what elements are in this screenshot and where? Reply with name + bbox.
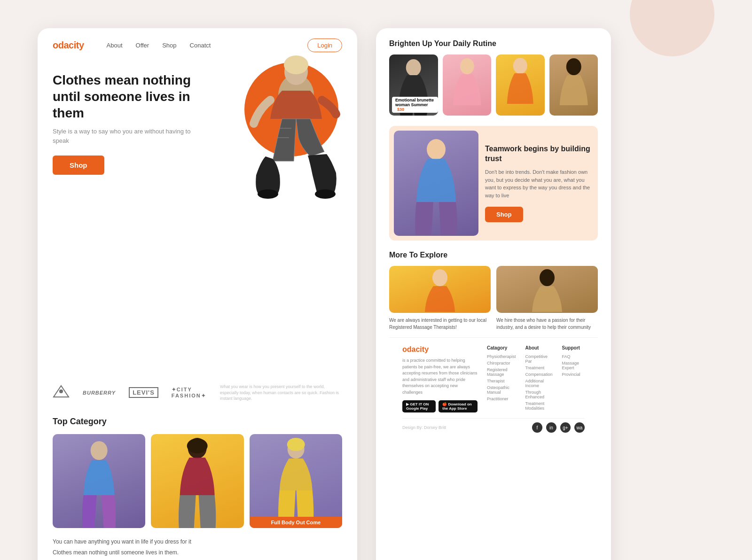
footer-desc: is a practice committed to helping patie… xyxy=(402,358,478,396)
brighten-figure-3 xyxy=(496,54,545,116)
footer-cat-item-5: Osteopathic Manual xyxy=(487,385,516,395)
category-card-3[interactable]: Full Body Out Come xyxy=(250,434,342,528)
teamwork-text: Teamwork begins by building trust Don't … xyxy=(485,126,598,241)
logo: odacity xyxy=(53,40,84,51)
top-category-section: Top Category xyxy=(38,409,357,528)
footer-copyright: Design By: Dorsey Britt xyxy=(402,425,446,430)
app-store-badge[interactable]: 🍎 Download on the App Store xyxy=(439,400,478,412)
explore-desc-1: We are always interested in getting to o… xyxy=(389,317,491,331)
nav-offer[interactable]: Offer xyxy=(136,42,149,49)
footer-support-item-2: Massage Expert xyxy=(562,361,585,370)
logo-accent: o xyxy=(53,40,58,50)
footer: odacity is a practice committed to helpi… xyxy=(389,337,598,440)
svg-point-11 xyxy=(406,59,421,76)
explore-card-2[interactable]: We hire those who have a passion for the… xyxy=(496,266,598,331)
right-page: Brighten Up Your Daily Rutine Emotional … xyxy=(376,28,611,560)
footer-logo-text: dacity xyxy=(407,345,429,353)
teamwork-figure xyxy=(394,131,478,236)
category-figure-3 xyxy=(250,434,342,528)
footer-cat-item-1: Physiotherapist xyxy=(487,354,516,359)
google-play-text: GET IT ON Google Play xyxy=(406,402,429,411)
app-store-text: Download on the App Store xyxy=(442,402,471,411)
social-instagram[interactable]: in xyxy=(546,422,556,433)
hero-visual xyxy=(207,48,357,208)
footer-about-title: About xyxy=(525,345,553,350)
brand-versace xyxy=(53,385,70,401)
svg-point-16 xyxy=(432,269,447,286)
google-play-badge[interactable]: ▶ GET IT ON Google Play xyxy=(402,400,436,412)
nav-links: About Offer Shop Conatct xyxy=(107,42,211,49)
brand-levis: LEVI'S xyxy=(129,387,158,398)
category-grid: Full Body Out Come xyxy=(53,434,342,528)
right-content: Brighten Up Your Daily Rutine Emotional … xyxy=(376,28,611,451)
bottom-text-section: You can have anything you want in life i… xyxy=(38,528,357,560)
svg-point-14 xyxy=(566,58,581,75)
brand-burberry: BURBERRY xyxy=(83,390,116,396)
svg-point-4 xyxy=(315,189,336,199)
footer-about-item-5: Through Enhanced xyxy=(525,390,553,399)
explore-image-1 xyxy=(389,266,491,313)
explore-heading: More To Explore xyxy=(389,251,598,259)
pages-container: odacity About Offer Shop Conatct Login C… xyxy=(0,0,752,560)
hero-title: Clothes mean nothing until someone lives… xyxy=(53,72,203,121)
footer-brand-col: odacity is a practice committed to helpi… xyxy=(402,345,478,412)
svg-point-6 xyxy=(91,441,108,460)
nav-contact[interactable]: Conatct xyxy=(190,42,211,49)
footer-cat-item-6: Practitioner xyxy=(487,397,516,401)
explore-desc-2: We hire those who have a passion for the… xyxy=(496,317,598,331)
brighten-card-1-label: Emotional brunette woman Summer $30 xyxy=(392,97,438,113)
category-card-3-label: Full Body Out Come xyxy=(250,517,342,528)
brand-tagline: What you wear is how you present yoursel… xyxy=(220,384,342,402)
category-figure-1 xyxy=(53,434,145,528)
category-figure-2 xyxy=(151,434,243,528)
svg-point-13 xyxy=(513,58,527,74)
footer-cat-item-2: Chiropractor xyxy=(487,361,516,366)
brighten-card-2[interactable] xyxy=(443,54,492,116)
brighten-heading: Brighten Up Your Daily Rutine xyxy=(389,39,598,48)
footer-support-title: Support xyxy=(562,345,585,350)
footer-category-col: Catagory Physiotherapist Chiropractor Re… xyxy=(487,345,516,412)
brighten-card-1[interactable]: Emotional brunette woman Summer $30 xyxy=(389,54,438,116)
category-card-2[interactable] xyxy=(151,434,243,528)
hero-model-image xyxy=(216,39,357,213)
footer-about-item-6: Treatment Modalities xyxy=(525,401,553,411)
brighten-card-3[interactable] xyxy=(496,54,545,116)
footer-about-item-3: Compensation xyxy=(525,372,553,377)
svg-point-12 xyxy=(460,58,474,74)
teamwork-shop-button[interactable]: Shop xyxy=(485,207,523,222)
social-google[interactable]: g+ xyxy=(560,422,571,433)
top-category-title: Top Category xyxy=(53,417,342,427)
brighten-figure-4 xyxy=(549,54,598,116)
svg-point-2 xyxy=(284,55,308,74)
teamwork-desc: Don't be into trends. Don't make fashion… xyxy=(485,168,590,199)
footer-about-col: About Competitive Par Treatment Compensa… xyxy=(525,345,553,412)
explore-card-1[interactable]: We are always interested in getting to o… xyxy=(389,266,491,331)
footer-about-item-2: Treatment xyxy=(525,366,553,370)
explore-grid: We are always interested in getting to o… xyxy=(389,266,598,331)
footer-apps: ▶ GET IT ON Google Play 🍎 Download on th… xyxy=(402,400,478,412)
teamwork-title: Teamwork begins by building trust xyxy=(485,144,590,164)
footer-logo: odacity xyxy=(402,345,478,354)
social-whatsapp[interactable]: wa xyxy=(574,422,585,433)
footer-support-item-3: Provincial xyxy=(562,372,585,377)
brands-section: BURBERRY LEVI'S ✦CITY FASHION✦ What you … xyxy=(38,373,357,409)
footer-cat-item-4: Therapist xyxy=(487,379,516,383)
nav-shop[interactable]: Shop xyxy=(162,42,176,49)
footer-cat-item-3: Registered Massage xyxy=(487,367,516,377)
footer-support-item-1: FAQ xyxy=(562,354,585,359)
svg-point-3 xyxy=(258,189,278,199)
brand-city-fashion: ✦CITY FASHION✦ xyxy=(172,387,207,399)
teamwork-image xyxy=(394,131,478,236)
nav-about[interactable]: About xyxy=(107,42,123,49)
hero-shop-button[interactable]: Shop xyxy=(53,156,104,175)
teamwork-section: Teamwork begins by building trust Don't … xyxy=(389,126,598,241)
brighten-card-4[interactable] xyxy=(549,54,598,116)
category-card-1[interactable] xyxy=(53,434,145,528)
svg-point-5 xyxy=(59,389,63,393)
footer-logo-accent: o xyxy=(402,345,407,353)
social-facebook[interactable]: f xyxy=(532,422,542,433)
footer-support-col: Support FAQ Massage Expert Provincial xyxy=(562,345,585,412)
footer-bottom: Design By: Dorsey Britt f in g+ wa xyxy=(402,418,585,433)
footer-about-item-4: Additional Income xyxy=(525,379,553,388)
logo-text: dacity xyxy=(58,40,84,50)
